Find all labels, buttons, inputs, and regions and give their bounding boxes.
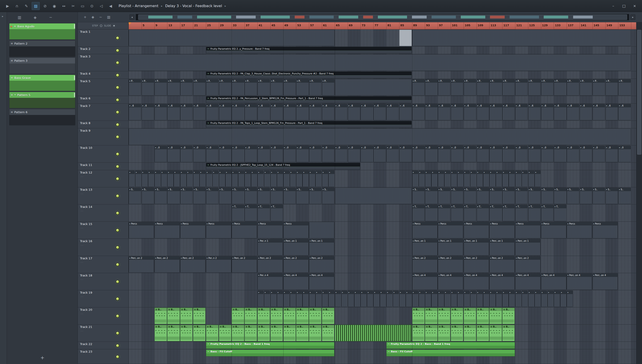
audio-clip[interactable]: ▸..6 (528, 104, 540, 120)
audio-clip[interactable]: ▸ (457, 290, 463, 307)
track-header[interactable]: Track 19... (78, 290, 129, 307)
audio-clip[interactable]: ▸..0 (386, 146, 399, 162)
vertical-scrollbar[interactable] (636, 22, 642, 364)
audio-clip[interactable]: ▸ (187, 170, 193, 187)
audio-clip[interactable]: ▸ (464, 290, 470, 307)
audio-clip[interactable]: ▸S.. (283, 188, 296, 204)
mute-led[interactable] (116, 246, 120, 249)
pattern-clip[interactable]: ≡B.. (425, 325, 437, 341)
audio-clip[interactable]: ▸Percs (592, 222, 618, 238)
audio-clip[interactable]: ▸S.. (322, 188, 334, 204)
mute-led[interactable] (116, 73, 120, 77)
audio-clip[interactable]: ▸..0 (155, 146, 167, 162)
audio-clip[interactable]: ▸ (277, 170, 283, 187)
audio-clip[interactable]: ▸ (322, 290, 328, 307)
audio-clip[interactable]: ▸..6 (155, 104, 167, 120)
audio-clip[interactable]: ▸S.. (257, 188, 270, 204)
audio-clip[interactable]: ▸P.. (541, 79, 553, 96)
audio-clip[interactable]: ▸ (303, 290, 309, 307)
audio-clip[interactable]: ▸Percs (489, 222, 515, 238)
audio-clip[interactable]: ▸S.. (296, 188, 309, 204)
track-lane[interactable]: ▸Per..n 1▸Perc..on 1▸Perc..on 1▸Perc..on… (129, 239, 636, 256)
audio-clip[interactable]: ▸ (360, 290, 366, 307)
audio-clip[interactable]: ▸ (483, 290, 489, 307)
track-lane[interactable]: ~Fruity Parametric EQ 2..y_Pressure - Ba… (129, 46, 636, 54)
track-lane[interactable]: ≡B..≡B..≡B..≡B..≡B..≡B..≡B..≡B..≡B..≡B..… (129, 324, 636, 342)
audio-clip[interactable]: ▸P.. (502, 79, 515, 96)
audio-clip-selected[interactable] (399, 30, 412, 46)
audio-clip[interactable]: ▸ (515, 170, 521, 187)
audio-clip[interactable]: ▸..0 (206, 146, 218, 162)
zoom-tool-icon[interactable]: ⊙ (88, 2, 96, 10)
slide-toggle[interactable] (113, 24, 115, 27)
mute-led[interactable] (116, 164, 120, 168)
audio-clip[interactable]: ▸ (489, 170, 495, 187)
audio-clip[interactable]: ▸Perc..on 4 (283, 273, 309, 290)
pattern-clip[interactable]: ≡B.. (193, 325, 206, 341)
audio-clip[interactable]: ▸S.. (515, 188, 528, 204)
audio-clip[interactable]: ▸T.. (528, 205, 540, 221)
audio-clip[interactable] (412, 30, 631, 46)
pattern-clip[interactable]: ≡B.. (270, 325, 283, 341)
audio-clip[interactable]: ▸ (444, 170, 450, 187)
audio-clip[interactable]: ▸ (180, 170, 186, 187)
audio-clip[interactable]: ▸S.. (155, 188, 167, 204)
audio-clip[interactable]: ▸..6 (257, 104, 270, 120)
audio-clip[interactable]: ▸ (161, 170, 167, 187)
audio-clip[interactable]: ▸..6 (618, 104, 631, 120)
audio-clip[interactable]: ▸ (496, 170, 502, 187)
audio-clip[interactable]: ▸ (283, 290, 289, 307)
mute-led[interactable] (116, 177, 120, 181)
track-header[interactable]: Track 6 (78, 96, 129, 103)
mute-led[interactable] (116, 314, 120, 318)
audio-clip[interactable]: ▸..0 (618, 146, 631, 162)
audio-clip[interactable]: ▸P.. (515, 79, 528, 96)
audio-clip[interactable]: ▸ (399, 290, 405, 307)
pattern-clip[interactable]: ≡B.. (193, 308, 206, 324)
pattern-clip[interactable]: ≡B.. (180, 308, 193, 324)
audio-clip[interactable]: ▸..0 (425, 146, 437, 162)
track-header[interactable]: Track 17... (78, 256, 129, 273)
audio-clip[interactable]: ▸T.. (425, 205, 437, 221)
audio-clip[interactable]: ▸ (477, 170, 483, 187)
audio-clip[interactable]: ▸..0 (270, 146, 283, 162)
audio-clip[interactable]: ▸P.. (592, 79, 605, 96)
audio-clip[interactable]: ▸T.. (270, 205, 283, 221)
pattern-clip[interactable]: ≡B.. (477, 308, 489, 324)
track-lane[interactable] (129, 30, 636, 46)
audio-clip[interactable]: ▸ (341, 290, 347, 307)
audio-clip[interactable]: ▸S.. (425, 188, 437, 204)
slip-tool-icon[interactable]: ↔ (60, 2, 68, 10)
track-lane[interactable]: ≡B..≡B..≡B..≡B..≡B..≡B..≡B..≡B..≡B..≡B..… (129, 308, 636, 324)
audio-clip[interactable]: ▸ (348, 290, 354, 307)
audio-clip[interactable]: ▸S.. (528, 188, 540, 204)
audio-clip[interactable]: ▸..6 (502, 104, 515, 120)
pattern-item[interactable]: ≡•Pattern 5 (9, 92, 75, 108)
audio-clip[interactable]: ▸Perc..on 2 (283, 256, 309, 273)
audio-clip[interactable]: ▸Perc..on 4 (438, 273, 463, 290)
audio-clip[interactable]: ▸..0 (309, 146, 321, 162)
slide-icon[interactable]: ~ (99, 15, 102, 19)
audio-clip[interactable]: ▸..6 (348, 104, 360, 120)
step-toggle[interactable] (100, 24, 102, 27)
audio-clip[interactable]: ▸T.. (554, 205, 566, 221)
minimize-button[interactable]: – (609, 3, 617, 9)
track-header[interactable]: Track 5 (78, 79, 129, 96)
audio-clip[interactable]: ▸..6 (129, 104, 141, 120)
audio-clip[interactable]: ▸Percs (567, 222, 592, 238)
audio-clip[interactable]: ▸ (502, 170, 508, 187)
close-button[interactable]: × (631, 3, 638, 9)
automation-clip[interactable]: ~Fruity Parametric EQ 2 - Bass - Band 1 … (206, 342, 335, 349)
audio-clip[interactable]: ▸Perc..on 2 (515, 256, 540, 273)
audio-clip[interactable]: ▸..0 (451, 146, 463, 162)
audio-clip[interactable]: ▸ (528, 290, 534, 307)
audio-clip[interactable]: ▸ (315, 290, 321, 307)
track-header[interactable]: Track 18... (78, 273, 129, 290)
audio-clip[interactable]: ▸..0 (219, 146, 231, 162)
audio-clip[interactable]: ▸S.. (489, 188, 502, 204)
audio-clip[interactable]: ▸S.. (270, 188, 283, 204)
audio-clip[interactable]: ▸S.. (592, 188, 605, 204)
audio-clip[interactable]: ▸..6 (180, 104, 193, 120)
audio-clip[interactable]: ▸ (257, 170, 264, 187)
audio-clip[interactable]: ▸Perc..on 1 (438, 239, 463, 256)
